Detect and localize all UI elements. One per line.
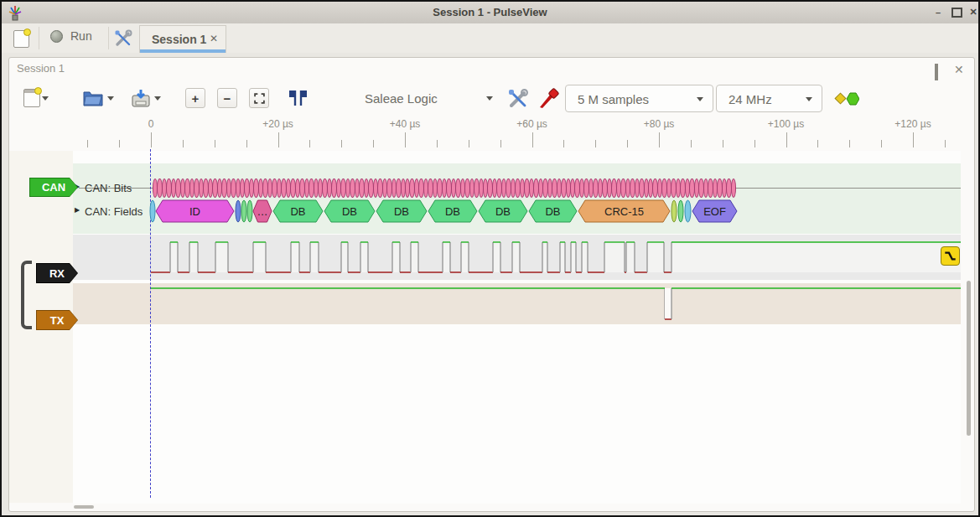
pulseview-window: Session 1 - PulseView – ✕ Run Session 1 … bbox=[0, 0, 980, 517]
ruler-tick bbox=[723, 140, 723, 147]
ruler-tick bbox=[945, 140, 946, 147]
rx-wave-svg bbox=[73, 235, 961, 280]
can-tag-label: CAN bbox=[30, 178, 77, 196]
ruler-tick-label: +80 µs bbox=[644, 118, 675, 130]
device-group-bracket bbox=[21, 261, 32, 329]
ruler-tick bbox=[532, 132, 533, 147]
can-bit bbox=[731, 178, 736, 198]
ruler-tick bbox=[183, 140, 184, 147]
rx-tag-label: RX bbox=[37, 264, 77, 282]
ruler-tick-label: +100 µs bbox=[768, 118, 804, 130]
ruler-tick bbox=[913, 132, 914, 147]
ruler-tick bbox=[341, 140, 342, 147]
tx-wave-svg bbox=[73, 283, 961, 324]
ruler-tick bbox=[881, 140, 882, 147]
ruler-tick bbox=[373, 140, 374, 147]
ruler-tick bbox=[754, 140, 755, 147]
ruler-tick bbox=[215, 140, 215, 147]
ruler-tick bbox=[87, 140, 88, 147]
ruler-tick bbox=[786, 132, 787, 147]
ruler-tick bbox=[563, 140, 564, 147]
ruler-tick bbox=[469, 140, 469, 147]
horizontal-scrollbar[interactable] bbox=[74, 505, 94, 509]
ruler-tick bbox=[437, 140, 438, 147]
ruler-tick bbox=[151, 132, 152, 147]
ruler-tick-label: +40 µs bbox=[390, 118, 421, 130]
can-bits-row-label[interactable]: CAN: Bits bbox=[85, 182, 132, 194]
ruler-tick-label: 0 bbox=[148, 118, 154, 130]
ruler-tick bbox=[849, 140, 850, 147]
ruler-tick bbox=[817, 140, 818, 147]
ruler-tick-label: +20 µs bbox=[262, 118, 293, 130]
ruler-tick bbox=[405, 132, 406, 147]
ruler-tick-label: +60 µs bbox=[516, 118, 547, 130]
ruler-tick bbox=[595, 140, 596, 147]
ruler-tick bbox=[119, 140, 120, 147]
ruler-tick bbox=[500, 140, 501, 147]
falling-edge-trigger-marker[interactable] bbox=[941, 246, 960, 266]
rx-channel-tag[interactable]: RX bbox=[36, 263, 78, 283]
ruler-tick bbox=[659, 132, 660, 147]
can-decoder-tag[interactable]: CAN bbox=[29, 178, 78, 197]
ruler-tick-label: +120 µs bbox=[894, 118, 931, 130]
tx-channel-tag[interactable]: TX bbox=[36, 310, 78, 330]
decoder-row-background bbox=[73, 163, 961, 234]
falling-edge-icon bbox=[943, 249, 957, 263]
vertical-scrollbar[interactable] bbox=[967, 281, 971, 436]
tx-tag-label: TX bbox=[37, 311, 77, 329]
ruler-tick bbox=[278, 132, 279, 147]
can-fields-row-label[interactable]: CAN: Fields bbox=[85, 205, 143, 218]
ruler-tick bbox=[691, 140, 692, 147]
fields-expander-icon[interactable]: ▶ bbox=[75, 206, 80, 214]
ruler-tick bbox=[246, 140, 247, 147]
ruler-tick bbox=[309, 140, 310, 147]
ruler-tick bbox=[627, 140, 628, 147]
